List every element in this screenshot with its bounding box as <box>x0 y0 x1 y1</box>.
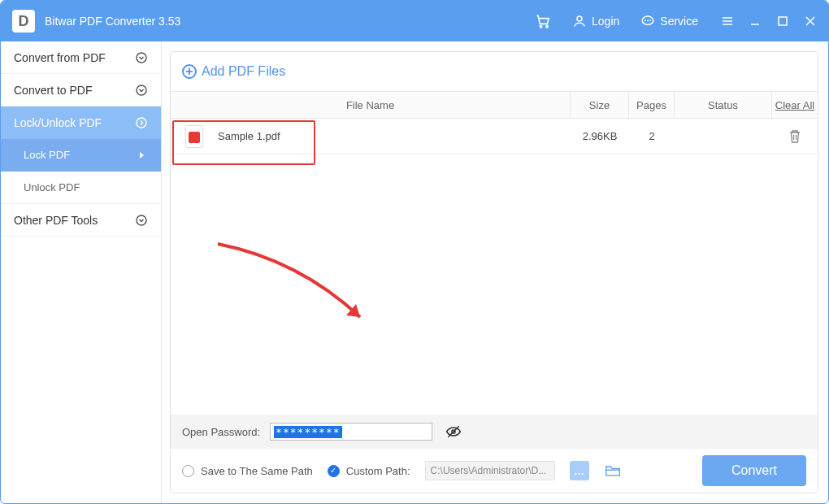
radio-circle-icon <box>182 465 194 477</box>
close-icon <box>805 15 816 27</box>
minimize-icon <box>749 15 761 27</box>
minimize-button[interactable] <box>749 15 762 28</box>
close-button[interactable] <box>804 15 817 28</box>
custom-path-label: Custom Path: <box>346 465 410 477</box>
svg-point-1 <box>546 25 549 27</box>
sidebar-item-lock-unlock-pdf[interactable]: Lock/Unlock PDF <box>1 106 161 139</box>
sidebar: Convert from PDF Convert to PDF Lock/Unl… <box>1 41 162 503</box>
col-header-size: Size <box>571 92 629 118</box>
menu-button[interactable] <box>721 15 734 28</box>
app-title: Bitwar PDF Converter 3.53 <box>45 15 180 28</box>
body: Convert from PDF Convert to PDF Lock/Unl… <box>1 41 828 503</box>
pdf-file-icon <box>185 125 203 148</box>
footer: Save to The Same Path Custom Path: C:\Us… <box>171 449 818 493</box>
toggle-password-visibility-button[interactable] <box>445 424 462 440</box>
plus-circle-icon: + <box>182 64 197 79</box>
svg-point-0 <box>540 25 542 27</box>
file-size: 2.96KB <box>571 119 629 154</box>
main: + Add PDF Files File Name Size Pages Sta… <box>162 41 828 503</box>
service-label: Service <box>660 15 698 28</box>
delete-file-button[interactable] <box>772 129 818 144</box>
clear-all-button[interactable]: Clear All <box>772 92 818 118</box>
annotation-arrow <box>210 236 380 333</box>
password-label: Open Password: <box>182 426 260 438</box>
login-label: Login <box>592 15 619 28</box>
add-pdf-files-label: Add PDF Files <box>202 64 285 79</box>
sidebar-item-label: Lock/Unlock PDF <box>14 116 102 129</box>
eye-off-icon <box>445 424 462 440</box>
convert-button[interactable]: Convert <box>702 455 806 486</box>
sidebar-item-other-pdf-tools[interactable]: Other PDF Tools <box>1 204 161 237</box>
ellipsis-icon: … <box>574 465 584 477</box>
svg-point-8 <box>137 215 146 225</box>
cart-icon <box>535 13 551 29</box>
file-name-cell: Sample 1.pdf <box>171 125 571 148</box>
table-header: File Name Size Pages Status Clear All <box>171 91 818 119</box>
sidebar-subitem-unlock-pdf[interactable]: Unlock PDF <box>1 172 161 204</box>
svg-point-2 <box>577 16 582 21</box>
chevron-down-icon <box>135 84 148 97</box>
save-same-path-radio[interactable]: Save to The Same Path <box>182 465 313 477</box>
empty-area <box>171 154 818 415</box>
chevron-right-icon <box>135 116 148 129</box>
sidebar-item-label: Other PDF Tools <box>14 214 98 227</box>
custom-path-input[interactable]: C:\Users\Administrator\D... <box>425 461 555 480</box>
login-button[interactable]: Login <box>566 11 626 32</box>
chevron-down-icon <box>135 51 148 64</box>
svg-rect-4 <box>779 17 787 25</box>
app-window: D Bitwar PDF Converter 3.53 Login Servic… <box>0 0 829 504</box>
file-name: Sample 1.pdf <box>218 130 280 142</box>
col-header-filename: File Name <box>171 92 571 118</box>
sidebar-item-label: Convert to PDF <box>14 84 92 97</box>
cart-button[interactable] <box>528 10 558 33</box>
same-path-label: Save to The Same Path <box>201 465 313 477</box>
user-icon <box>572 14 587 28</box>
maximize-icon <box>778 16 788 26</box>
password-row: Open Password: ********* <box>171 415 818 449</box>
open-folder-button[interactable] <box>604 462 622 480</box>
hamburger-icon <box>721 15 734 28</box>
file-status <box>675 119 772 154</box>
sidebar-item-label: Lock PDF <box>24 149 70 161</box>
trash-icon <box>788 129 801 144</box>
sidebar-subitem-lock-pdf[interactable]: Lock PDF <box>1 139 161 172</box>
panel: + Add PDF Files File Name Size Pages Sta… <box>170 51 818 493</box>
browse-path-button[interactable]: … <box>570 461 589 480</box>
caret-right-icon <box>135 149 148 162</box>
password-input[interactable]: ********* <box>274 426 341 438</box>
chat-icon <box>640 14 655 28</box>
sidebar-item-label: Convert from PDF <box>14 51 106 64</box>
app-logo: D <box>12 10 35 33</box>
svg-point-7 <box>137 118 146 128</box>
col-header-pages: Pages <box>629 92 675 118</box>
maximize-button[interactable] <box>776 15 789 28</box>
col-header-status: Status <box>675 92 772 118</box>
sidebar-item-convert-to-pdf[interactable]: Convert to PDF <box>1 74 161 106</box>
convert-label: Convert <box>731 463 777 478</box>
app-logo-letter: D <box>19 13 29 30</box>
sidebar-item-convert-from-pdf[interactable]: Convert from PDF <box>1 41 161 74</box>
add-pdf-files-button[interactable]: + Add PDF Files <box>171 52 818 91</box>
svg-point-6 <box>137 85 146 95</box>
titlebar: D Bitwar PDF Converter 3.53 Login Servic… <box>1 1 828 41</box>
service-button[interactable]: Service <box>634 11 705 32</box>
custom-path-radio[interactable]: Custom Path: <box>328 465 410 477</box>
svg-point-5 <box>137 53 146 63</box>
password-input-wrap[interactable]: ********* <box>270 423 432 441</box>
file-pages: 2 <box>629 119 675 154</box>
table-row[interactable]: Sample 1.pdf 2.96KB 2 <box>171 119 818 154</box>
sidebar-item-label: Unlock PDF <box>24 181 80 193</box>
radio-checked-icon <box>328 465 340 477</box>
chevron-down-icon <box>135 214 148 227</box>
folder-icon <box>605 463 621 478</box>
